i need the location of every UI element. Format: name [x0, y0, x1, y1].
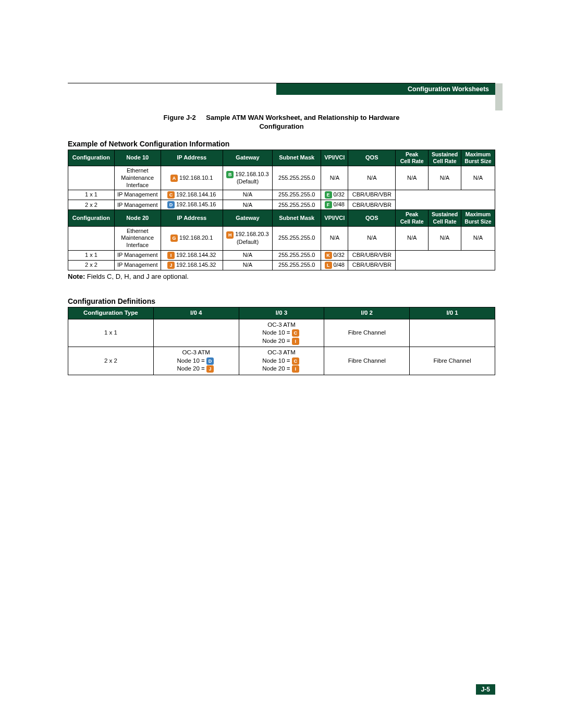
cell-gw: N/A: [223, 190, 272, 200]
cell-vpi: L0/48: [321, 261, 348, 270]
cell-empty: [396, 250, 495, 270]
cell-qos: N/A: [348, 226, 396, 250]
figure-title-line2: Configuration: [259, 122, 303, 130]
cell-conf: 2 x 2: [68, 261, 115, 270]
cell-gw: N/A: [223, 200, 272, 210]
cell-peak: N/A: [396, 166, 429, 190]
marker-icon: C: [167, 191, 175, 199]
note-label: Note:: [68, 273, 85, 280]
th-sus: SustainedCell Rate: [429, 150, 461, 166]
cell: Fibre Channel: [324, 347, 410, 375]
th-conftype: Configuration Type: [68, 307, 154, 319]
cell: Fibre Channel: [410, 347, 495, 375]
th-node20: Node 20: [114, 210, 161, 226]
th-ip: IP Address: [161, 150, 223, 166]
cell-mask: 255.255.255.0: [273, 190, 321, 200]
th-vpi: VPI/VCI: [321, 150, 348, 166]
cell: Fibre Channel: [324, 319, 410, 347]
cell-qos: CBR/UBR/VBR: [348, 250, 396, 260]
cell-qos: N/A: [348, 166, 396, 190]
th-max: MaximumBurst Size: [461, 150, 495, 166]
cell-conf: [68, 226, 115, 250]
cell-mask: 255.255.255.0: [273, 200, 321, 210]
cell-gw: H192.168.20.3(Default): [223, 226, 272, 250]
th-ip: IP Address: [161, 210, 223, 226]
th-mask: Subnet Mask: [273, 150, 321, 166]
example-table: Configuration Node 10 IP Address Gateway…: [68, 150, 495, 270]
cell-gw: N/A: [223, 261, 272, 270]
cell-conf: [68, 166, 115, 190]
cell-vpi: E0/32: [321, 190, 348, 200]
cell: OC-3 ATM Node 10 = C Node 20 = I: [239, 319, 324, 347]
marker-icon: H: [226, 231, 234, 239]
cell-ip: G192.168.20.1: [161, 226, 223, 250]
th-qos: QOS: [348, 210, 396, 226]
cell-node: IP Management: [114, 190, 161, 200]
cell-vpi: N/A: [321, 226, 348, 250]
page: Configuration Worksheets Figure J-2 Samp…: [0, 0, 563, 728]
figure-number: Figure J-2: [164, 114, 196, 121]
cell-sus: N/A: [429, 166, 461, 190]
th-max: MaximumBurst Size: [461, 210, 495, 226]
cell-mask: 255.255.255.0: [273, 166, 321, 190]
marker-icon: C: [292, 329, 299, 337]
defs-title: Configuration Definitions: [68, 297, 495, 305]
marker-icon: I: [292, 338, 299, 345]
marker-icon: A: [170, 175, 178, 182]
table-row: Ethernet Maintenance Interface A192.168.…: [68, 166, 495, 190]
cell-mask: 255.255.255.0: [273, 250, 321, 260]
cell-ip: C192.168.144.16: [161, 190, 223, 200]
cell-qos: CBR/UBR/VBR: [348, 200, 396, 210]
section1-title: Example of Network Configuration Informa…: [68, 140, 495, 148]
figure-caption: Figure J-2 Sample ATM WAN Worksheet, and…: [68, 114, 495, 131]
cell-peak: N/A: [396, 226, 429, 250]
table-row: 1 x 1 IP Management I192.168.144.32 N/A …: [68, 250, 495, 260]
cell-node: IP Management: [114, 200, 161, 210]
th-conf: Configuration: [68, 210, 115, 226]
page-tab-box: [495, 83, 503, 110]
th-vpi: VPI/VCI: [321, 210, 348, 226]
cell-node: IP Management: [114, 250, 161, 260]
defs-row: 1 x 1 OC-3 ATM Node 10 = C Node 20 = I F…: [68, 319, 495, 347]
th-node10: Node 10: [114, 150, 161, 166]
th-qos: QOS: [348, 150, 396, 166]
cell-sus: N/A: [429, 226, 461, 250]
th-gw: Gateway: [223, 150, 272, 166]
th-io3: I/0 3: [239, 307, 324, 319]
cell-gw: B192.168.10.3(Default): [223, 166, 272, 190]
th-peak: PeakCell Rate: [396, 210, 429, 226]
th-io2: I/0 2: [324, 307, 410, 319]
page-number: J-5: [481, 686, 490, 693]
cell-empty: [396, 190, 495, 210]
cell-max: N/A: [461, 226, 495, 250]
cell-ip: J192.168.145.32: [161, 261, 223, 270]
marker-icon: D: [206, 357, 214, 365]
header-title-bar: Configuration Worksheets: [276, 83, 495, 95]
page-number-box: J-5: [476, 684, 495, 695]
cell-qos: CBR/UBR/VBR: [348, 190, 396, 200]
marker-icon: J: [167, 262, 175, 269]
cell-conf: 1 x 1: [68, 190, 115, 200]
th-sus: SustainedCell Rate: [429, 210, 461, 226]
marker-icon: G: [170, 235, 178, 242]
table-row: Ethernet Maintenance Interface G192.168.…: [68, 226, 495, 250]
marker-icon: I: [292, 365, 299, 373]
th-io4: I/0 4: [153, 307, 239, 319]
cell: OC-3 ATM Node 10 = C Node 20 = I: [239, 347, 324, 375]
note-line: Note: Fields C, D, H, and J are optional…: [68, 273, 495, 280]
cell-vpi: F0/48: [321, 200, 348, 210]
cell-mask: 255.255.255.0: [273, 261, 321, 270]
table-header-row: Configuration Node 20 IP Address Gateway…: [68, 210, 495, 226]
defs-row: 2 x 2 OC-3 ATM Node 10 = D Node 20 = J O…: [68, 347, 495, 375]
cell-conf: 1 x 1: [68, 250, 115, 260]
marker-icon: I: [167, 252, 175, 259]
defs-table: Configuration Type I/0 4 I/0 3 I/0 2 I/0…: [68, 307, 495, 375]
cell-qos: CBR/UBR/VBR: [348, 261, 396, 270]
marker-icon: B: [226, 171, 234, 178]
content: Figure J-2 Sample ATM WAN Worksheet, and…: [68, 114, 495, 375]
note-text: Fields C, D, H, and J are optional.: [85, 273, 189, 280]
cell-ip: D192.168.145.16: [161, 200, 223, 210]
defs-header-row: Configuration Type I/0 4 I/0 3 I/0 2 I/0…: [68, 307, 495, 319]
cell-mask: 255.255.255.0: [273, 226, 321, 250]
cell-ip: I192.168.144.32: [161, 250, 223, 260]
